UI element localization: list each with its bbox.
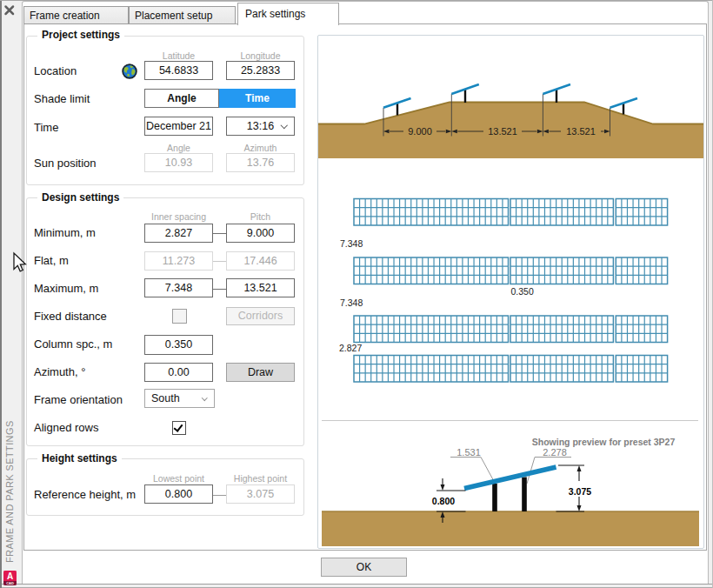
svg-text:2.827: 2.827 [339,343,362,353]
svg-text:0.800: 0.800 [432,496,455,506]
svg-text:0.350: 0.350 [511,286,534,297]
svg-text:9.000: 9.000 [408,126,432,137]
svg-text:13.521: 13.521 [488,126,517,137]
svg-text:1.531: 1.531 [456,447,481,458]
svg-text:Showing preview for preset 3P2: Showing preview for preset 3P27 [532,437,676,447]
svg-text:7.348: 7.348 [340,297,363,308]
svg-text:7.348: 7.348 [340,238,363,249]
svg-text:3.075: 3.075 [569,486,591,497]
svg-text:2.278: 2.278 [543,447,567,458]
svg-text:13.521: 13.521 [566,126,596,137]
